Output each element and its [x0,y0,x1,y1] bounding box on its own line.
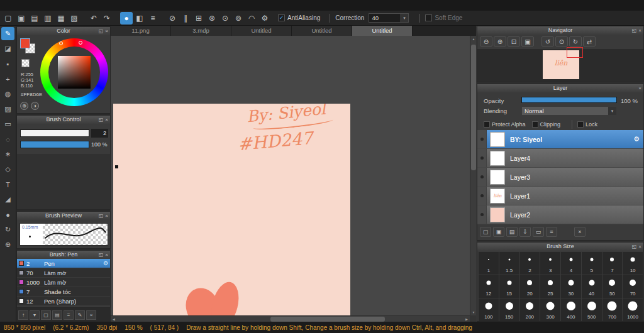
actual-size-icon[interactable]: ▣ [521,36,534,46]
close-icon[interactable]: × [105,214,108,219]
brush-menu-icon[interactable]: ≡ [64,310,74,320]
layer-menu-icon[interactable]: ≡ [546,227,557,237]
scroll-up-icon[interactable]: ▲ [470,36,477,42]
parallel-snap-icon[interactable]: ∥ [179,12,192,25]
delete-layer-icon[interactable]: × [574,227,586,237]
delete-brush-icon[interactable]: × [86,310,96,320]
zoom-in-icon[interactable]: ⊕ [494,36,506,46]
text-tool[interactable]: T [1,178,14,191]
merge-down-icon[interactable]: ⇩ [519,227,531,237]
document-tab[interactable]: Untitled [352,26,413,36]
snap-off-icon[interactable]: ⊘ [166,12,179,25]
lock-checkbox[interactable]: ✓ [577,121,584,128]
add-brush-icon[interactable]: ▢ [41,310,51,320]
document-tab[interactable]: 3.mdp [171,26,231,36]
brush-size-cell[interactable]: 500 [582,298,602,321]
fit-window-icon[interactable]: ⊡ [508,36,520,46]
brush-size-cell[interactable]: 10 [623,252,643,275]
gear-icon[interactable]: ⚙ [103,260,108,266]
brush-size-cell[interactable]: 100 [479,298,499,321]
brush-list-item[interactable]: 12 Pen (Sharp) ⚙ [17,297,110,306]
layer-visibility-toggle[interactable] [477,187,487,205]
foreground-color-swatch[interactable] [20,38,30,48]
popout-icon[interactable]: ◱ [99,253,104,258]
radial-snap-icon[interactable]: ⊙ [219,12,231,25]
brush-list-item[interactable]: 2 Pen ⚙ [17,259,110,268]
snap-settings-icon[interactable]: ⚙ [258,12,271,25]
correction-dropdown[interactable]: 40 ▾ [369,13,409,23]
clipping-checkbox[interactable]: ✓ [532,121,538,128]
curve-snap-icon[interactable]: ◠ [245,12,258,25]
eyedropper-tool[interactable]: ◢ [1,193,14,206]
color-wheel-mode-icon[interactable]: ⊕ [20,102,28,110]
gear-icon[interactable]: ⚙ [633,135,640,143]
brush-size-cell[interactable]: 150 [499,298,520,321]
layer-row[interactable]: BY: Siyeol ⚙ [477,130,643,149]
horizontal-scrollbar[interactable]: ◀ ▶ [111,315,470,322]
rotate-ccw-icon[interactable]: ↺ [541,36,554,46]
flip-horizontal-icon[interactable]: ⇄ [583,36,596,46]
popout-icon[interactable]: ◱ [99,117,104,123]
vanishing-point-snap-icon[interactable]: ⊛ [206,12,218,25]
brush-opacity-slider[interactable] [20,141,89,148]
hand-tool[interactable]: ● [1,208,14,221]
zoom-out-icon[interactable]: ⊖ [480,36,492,46]
saturation-value-box[interactable] [58,56,91,89]
undock-icon[interactable]: ↑ [18,310,28,320]
brush-size-cell[interactable]: 3 [540,252,561,275]
brush-list-item[interactable]: 1000 Làm mờ ⚙ [17,278,110,287]
brush-size-cell[interactable]: 12 [479,275,499,298]
pixel-tool[interactable]: ▪ [1,57,14,70]
select-rounded-icon[interactable]: ▢ [2,12,14,25]
navigator-thumbnail[interactable]: liên [543,50,579,79]
brush-size-cell[interactable]: 4 [561,252,582,275]
soft-edge-checkbox[interactable]: ✓ [425,14,432,21]
brush-list-item[interactable]: 7 Shade tóc ⚙ [17,287,110,297]
antialiasing-checkbox[interactable]: ✓ [278,14,285,21]
circle-snap-icon[interactable]: ⊚ [232,12,245,25]
zoom-tool[interactable]: ⊕ [1,238,14,251]
brush-size-cell[interactable]: 200 [520,298,541,321]
vertical-scrollbar-thumb[interactable] [471,45,476,170]
redo-icon[interactable]: ↷ [101,12,113,25]
brush-size-slider[interactable] [20,129,89,137]
popout-icon[interactable]: ◱ [632,244,637,249]
paste-icon[interactable]: ▥ [42,12,54,25]
reset-rotation-icon[interactable]: ⊙ [555,36,568,46]
blending-dropdown[interactable]: Normal ▾ [521,106,617,116]
layer-visibility-toggle[interactable] [477,205,487,224]
stabilizer-icon[interactable]: ◧ [133,12,146,25]
grid-icon[interactable]: ▦ [55,12,67,25]
document-tab[interactable]: Untitled [231,26,292,36]
layer-row[interactable]: Layer2 ⚙ [477,205,643,224]
layer-visibility-toggle[interactable] [477,130,487,148]
canvas[interactable]: By: Siyeol #HD247 [113,104,350,315]
fill-tool[interactable]: ◍ [1,87,14,101]
brush-size-cell[interactable]: 2 [520,252,541,275]
brush-size-cell[interactable]: 7 [602,252,623,275]
brush-size-cell[interactable]: 50 [602,275,623,298]
color-bar-mode-icon[interactable]: ◑ [31,102,39,110]
brush-size-cell[interactable]: 1.5 [499,252,520,275]
layer-row[interactable]: liên Layer1 ⚙ [477,187,643,205]
protect-alpha-checkbox[interactable]: ✓ [484,121,490,128]
crisscross-snap-icon[interactable]: ⊞ [192,12,205,25]
add-folder-icon[interactable]: ▣ [493,227,504,237]
clear-layer-icon[interactable]: ▭ [533,227,544,237]
copy-icon[interactable]: ▤ [28,12,41,25]
layer-row[interactable]: Layer3 ⚙ [477,168,643,187]
panel-layout-icon[interactable]: ≡ [147,12,159,25]
brush-size-cell[interactable]: 15 [499,275,520,298]
menu-caret-icon[interactable]: ▾ [30,310,40,320]
viewport-indicator-rect[interactable] [567,47,583,58]
move-tool[interactable]: + [1,72,14,85]
close-icon[interactable]: × [105,117,108,123]
gradient-tool[interactable]: ▨ [1,102,14,116]
transparent-color-swatch[interactable] [21,59,30,67]
edit-brush-icon[interactable]: ✎ [75,310,85,320]
duplicate-brush-icon[interactable]: ▤ [52,310,62,320]
rotate-cw-icon[interactable]: ↻ [569,36,582,46]
eraser-tool[interactable]: ◪ [1,42,14,55]
close-icon[interactable]: × [105,253,108,258]
select-pen-tool[interactable]: ◇ [1,163,14,176]
